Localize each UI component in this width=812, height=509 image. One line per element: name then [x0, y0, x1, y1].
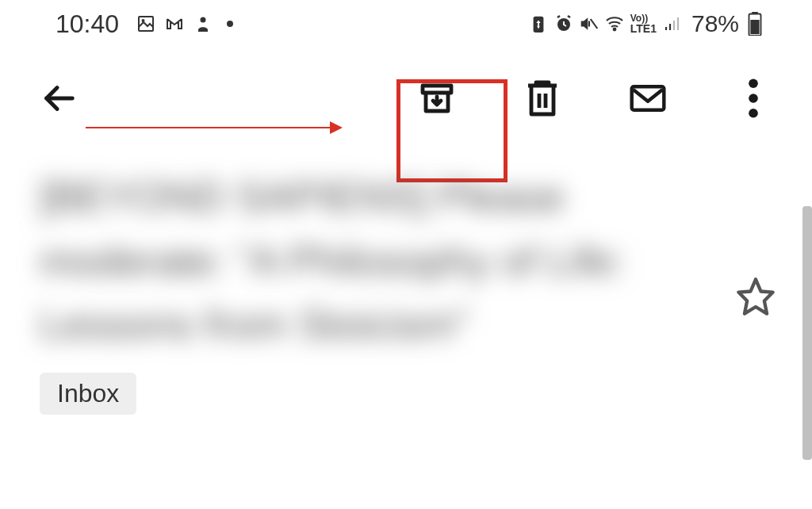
alarm-icon: [554, 14, 573, 33]
inbox-label[interactable]: Inbox: [40, 373, 136, 415]
back-button[interactable]: [40, 79, 78, 117]
svg-rect-12: [750, 20, 759, 34]
email-subject-blurred: [BEYOND SAPIENS] Please moderate: "A Phi…: [40, 165, 658, 357]
battery-percentage: 78%: [691, 10, 739, 37]
email-content: [BEYOND SAPIENS] Please moderate: "A Phi…: [0, 149, 812, 415]
signal-icon: [663, 14, 682, 33]
wifi-icon: [605, 14, 624, 33]
more-menu-button[interactable]: [734, 79, 772, 117]
star-button[interactable]: [735, 276, 776, 320]
mute-icon: [580, 14, 599, 33]
mark-unread-button[interactable]: [629, 79, 667, 117]
gmail-icon: [165, 14, 184, 33]
delete-button[interactable]: [523, 79, 561, 117]
status-left: 10:40: [56, 10, 233, 39]
scrollbar[interactable]: [802, 206, 812, 460]
svg-point-20: [749, 109, 758, 118]
svg-point-18: [749, 78, 758, 88]
svg-point-1: [143, 20, 144, 21]
notification-dot: [227, 21, 233, 27]
annotation-arrow: [86, 127, 331, 128]
battery-icon: [745, 14, 764, 33]
status-time: 10:40: [56, 10, 119, 39]
status-bar: 10:40 Vo)) LTE1 78%: [0, 0, 812, 48]
recycle-icon: [529, 14, 548, 33]
status-right: Vo)) LTE1 78%: [529, 10, 764, 37]
svg-point-5: [613, 29, 615, 31]
svg-point-2: [201, 17, 206, 23]
svg-marker-21: [738, 279, 772, 313]
image-icon: [136, 14, 155, 33]
person-icon: [193, 14, 213, 33]
svg-point-19: [749, 94, 758, 103]
volte-indicator: Vo)) LTE1: [630, 13, 657, 34]
